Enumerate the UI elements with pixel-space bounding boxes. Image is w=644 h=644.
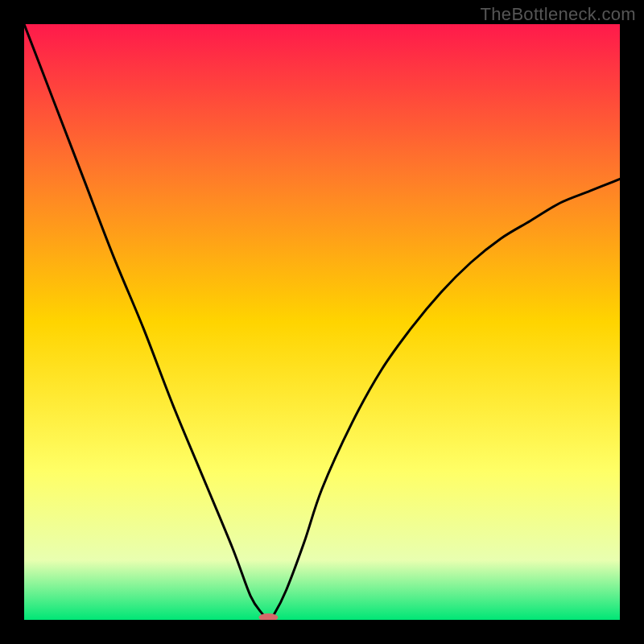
watermark-text: TheBottleneck.com	[481, 4, 636, 25]
chart-frame: TheBottleneck.com	[0, 0, 644, 644]
gradient-background	[24, 24, 620, 620]
chart-svg	[24, 24, 620, 620]
plot-area	[24, 24, 620, 620]
